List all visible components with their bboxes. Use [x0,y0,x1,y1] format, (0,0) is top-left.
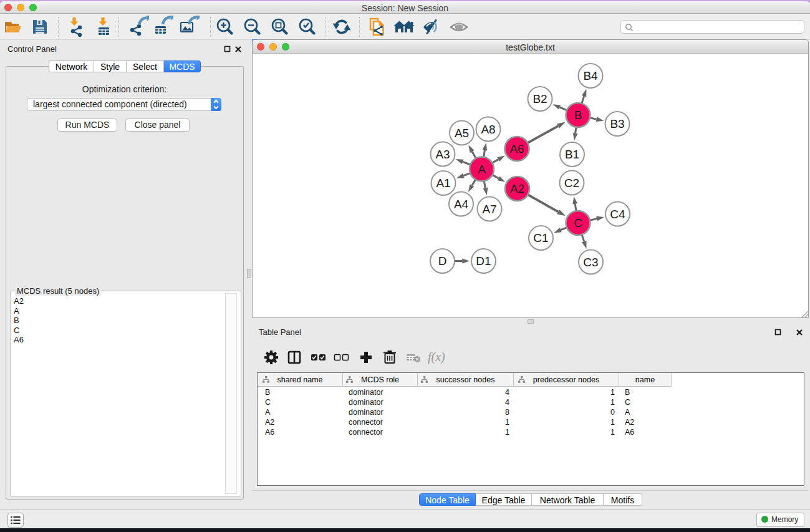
svg-text:B4: B4 [583,69,598,82]
svg-text:B2: B2 [533,92,547,105]
svg-text:A1: A1 [436,177,450,190]
svg-text:D1: D1 [476,254,491,268]
svg-text:C1: C1 [533,231,548,244]
svg-text:C3: C3 [583,256,598,269]
svg-text:C: C [574,216,582,230]
svg-text:B3: B3 [610,117,624,130]
svg-text:A8: A8 [481,123,495,136]
svg-text:A5: A5 [455,127,469,140]
svg-text:C2: C2 [564,177,579,190]
svg-text:A6: A6 [509,142,524,155]
svg-text:A4: A4 [454,198,469,211]
svg-text:C4: C4 [610,208,625,221]
svg-text:A7: A7 [482,203,496,216]
svg-text:D: D [438,254,447,268]
svg-text:A3: A3 [435,148,450,161]
svg-text:A2: A2 [510,182,524,195]
svg-text:A: A [478,163,486,176]
svg-text:B: B [574,109,582,122]
svg-text:B1: B1 [565,148,579,161]
